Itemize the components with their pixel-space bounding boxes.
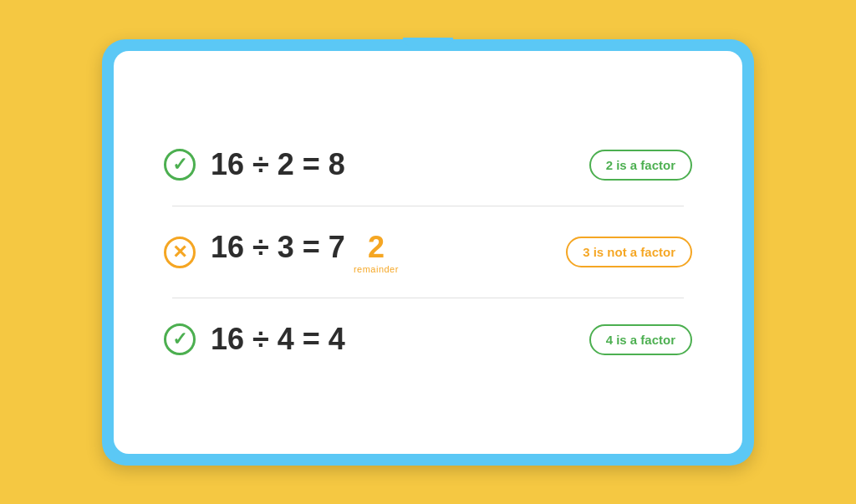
equation-3: 16 ÷ 4 = 4 <box>211 322 345 357</box>
equation-1: 16 ÷ 2 = 8 <box>211 147 345 182</box>
tablet-frame: ✓ 16 ÷ 2 = 8 2 is a factor ✕ 16 ÷ 3 = 7 <box>102 39 754 466</box>
factor-row-2: ✕ 16 ÷ 3 = 7 2 remainder 3 is not a fact… <box>164 206 692 298</box>
cross-icon-2: ✕ <box>164 237 196 268</box>
badge-3: 4 is a factor <box>589 324 692 355</box>
row2-left: ✕ 16 ÷ 3 = 7 2 remainder <box>164 230 399 274</box>
remainder-group: 2 remainder <box>354 232 399 274</box>
factor-row-1: ✓ 16 ÷ 2 = 8 2 is a factor <box>164 124 692 206</box>
row1-left: ✓ 16 ÷ 2 = 8 <box>164 147 345 182</box>
tablet-screen: ✓ 16 ÷ 2 = 8 2 is a factor ✕ 16 ÷ 3 = 7 <box>114 51 742 454</box>
check-icon-3: ✓ <box>164 323 196 355</box>
row3-left: ✓ 16 ÷ 4 = 4 <box>164 322 345 357</box>
factor-row-3: ✓ 16 ÷ 4 = 4 4 is a factor <box>164 298 692 380</box>
badge-2: 3 is not a factor <box>566 237 692 267</box>
badge-1: 2 is a factor <box>589 150 692 181</box>
check-icon-1: ✓ <box>164 149 196 181</box>
equation-2: 16 ÷ 3 = 7 2 remainder <box>211 230 399 274</box>
